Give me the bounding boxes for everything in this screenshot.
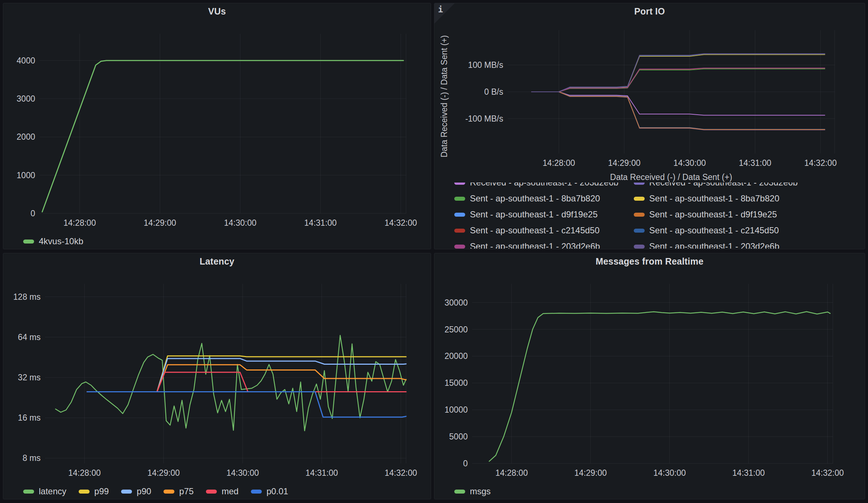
legend-label: Received - ap-southeast-1 - 203d2e6b (470, 183, 619, 188)
x-tick-label: 14:29:00 (574, 468, 607, 478)
panel-title-messages: Messages from Realtime (434, 253, 865, 269)
legend-swatch (634, 229, 645, 233)
vus-chart: 0100020003000400014:28:0014:29:0014:30:0… (3, 19, 431, 233)
legend-swatch (23, 490, 34, 494)
y-tick-label: 4000 (17, 56, 35, 65)
messages-legend: msgs (434, 483, 865, 499)
y-tick-label: -100 MB/s (465, 114, 503, 123)
legend-item[interactable]: latency (23, 486, 66, 496)
legend-label: med (222, 486, 239, 496)
legend-item[interactable]: Sent - ap-southeast-1 - c2145d50 (454, 222, 619, 238)
y-tick-label: 16 ms (18, 413, 41, 422)
legend-item[interactable]: med (206, 486, 239, 496)
legend-swatch (454, 197, 465, 201)
series-line[interactable] (532, 92, 825, 130)
legend-item[interactable]: Sent - ap-southeast-1 - c2145d50 (634, 222, 798, 238)
port-io-legend: Received - ap-southeast-1 - 203d2e6bRece… (434, 183, 865, 249)
x-tick-label: 14:32:00 (811, 468, 844, 478)
series-line[interactable] (532, 92, 825, 130)
series-line[interactable] (489, 312, 830, 461)
legend-swatch (634, 213, 645, 217)
x-tick-label: 14:29:00 (608, 158, 641, 168)
legend-item[interactable]: Sent - ap-southeast-1 - 203d2e6b (454, 238, 619, 249)
legend-item[interactable]: 4kvus-10kb (23, 236, 83, 246)
legend-label: Sent - ap-southeast-1 - 8ba7b820 (470, 193, 600, 204)
panel-port-io: i Data Received (-) / Data Sent (+) Port… (434, 3, 865, 249)
legend-item[interactable]: msgs (454, 486, 491, 496)
port-io-x-axis-label: Data Received (-) / Data Sent (+) (508, 172, 835, 183)
panel-title-vus: VUs (3, 3, 431, 19)
y-tick-label: 10000 (445, 405, 468, 414)
legend-swatch (23, 240, 34, 244)
x-tick-label: 14:29:00 (144, 218, 176, 228)
x-tick-label: 14:29:00 (147, 468, 180, 478)
y-tick-label: 25000 (445, 325, 468, 334)
legend-label: p99 (94, 486, 109, 496)
legend-label: Sent - ap-southeast-1 - 203d2e6b (470, 241, 600, 249)
panel-title-port-io: Port IO (434, 3, 865, 19)
series-line[interactable] (532, 54, 825, 92)
legend-swatch (634, 245, 645, 249)
x-tick-label: 14:28:00 (68, 468, 101, 478)
y-tick-label: 15000 (445, 378, 468, 388)
panel-vus: VUs 0100020003000400014:28:0014:29:0014:… (3, 3, 431, 249)
legend-item[interactable]: Sent - ap-southeast-1 - 8ba7b820 (634, 191, 798, 206)
y-tick-label: 32 ms (18, 373, 41, 382)
legend-item[interactable]: p0.01 (251, 486, 288, 496)
legend-item[interactable]: Received - ap-southeast-1 - 203d2e6b (634, 183, 798, 191)
series-line[interactable] (532, 92, 825, 130)
x-tick-label: 14:28:00 (543, 158, 575, 168)
latency-legend: latencyp99p90p75medp0.01 (3, 483, 431, 499)
x-tick-label: 14:32:00 (384, 218, 417, 228)
series-line[interactable] (42, 61, 403, 212)
y-tick-label: 8 ms (22, 453, 41, 463)
legend-label: Sent - ap-southeast-1 - 203d2e6b (649, 241, 780, 249)
legend-swatch (454, 490, 465, 494)
series-line[interactable] (87, 359, 406, 392)
y-tick-label: 100 MB/s (468, 60, 503, 70)
x-tick-label: 14:31:00 (732, 468, 765, 478)
panel-info-icon[interactable]: i (434, 3, 455, 24)
x-tick-label: 14:30:00 (226, 468, 259, 478)
legend-item[interactable]: Received - ap-southeast-1 - 203d2e6b (454, 183, 619, 191)
legend-swatch (634, 197, 645, 201)
legend-label: Sent - ap-southeast-1 - d9f19e25 (470, 209, 598, 220)
y-tick-label: 0 (30, 209, 35, 218)
legend-item[interactable]: Sent - ap-southeast-1 - d9f19e25 (454, 206, 619, 222)
legend-item[interactable]: p75 (164, 486, 194, 496)
legend-item[interactable]: Sent - ap-southeast-1 - 203d2e6b (634, 238, 798, 249)
y-tick-label: 20000 (445, 351, 468, 361)
legend-label: p90 (137, 486, 151, 496)
legend-label: Sent - ap-southeast-1 - c2145d50 (470, 225, 600, 236)
x-tick-label: 14:31:00 (306, 468, 338, 478)
legend-item[interactable]: Sent - ap-southeast-1 - d9f19e25 (634, 206, 798, 222)
legend-label: Sent - ap-southeast-1 - 8ba7b820 (649, 193, 780, 204)
series-line[interactable] (532, 92, 825, 115)
panel-latency: Latency 8 ms16 ms32 ms64 ms128 ms14:28:0… (3, 253, 431, 499)
panel-messages-from-realtime: Messages from Realtime 05000100001500020… (434, 253, 865, 499)
x-tick-label: 14:31:00 (304, 218, 337, 228)
legend-label: Sent - ap-southeast-1 - c2145d50 (649, 225, 779, 236)
port-io-legend-viewport: Received - ap-southeast-1 - 203d2e6bRece… (434, 183, 865, 249)
port-io-y-axis-label: Data Received (-) / Data Sent (+) (439, 35, 449, 158)
x-tick-label: 14:30:00 (653, 468, 686, 478)
series-line[interactable] (532, 54, 825, 92)
series-line[interactable] (87, 372, 406, 392)
legend-swatch (454, 213, 465, 217)
vus-legend: 4kvus-10kb (3, 233, 431, 249)
legend-item[interactable]: p90 (121, 486, 151, 496)
y-tick-label: 0 B/s (484, 87, 503, 97)
messages-chart: 05000100001500020000250003000014:28:0014… (434, 269, 865, 483)
legend-item[interactable]: p99 (79, 486, 109, 496)
legend-label: msgs (470, 486, 491, 496)
y-tick-label: 5000 (449, 432, 468, 441)
legend-label: p75 (179, 486, 194, 496)
y-tick-label: 2000 (17, 132, 35, 142)
legend-item[interactable]: Sent - ap-southeast-1 - 8ba7b820 (454, 191, 619, 206)
series-line[interactable] (55, 335, 406, 431)
legend-swatch (454, 229, 465, 233)
series-line[interactable] (532, 68, 825, 92)
series-line[interactable] (532, 54, 825, 92)
legend-swatch (634, 183, 645, 185)
panel-title-latency: Latency (3, 253, 431, 269)
